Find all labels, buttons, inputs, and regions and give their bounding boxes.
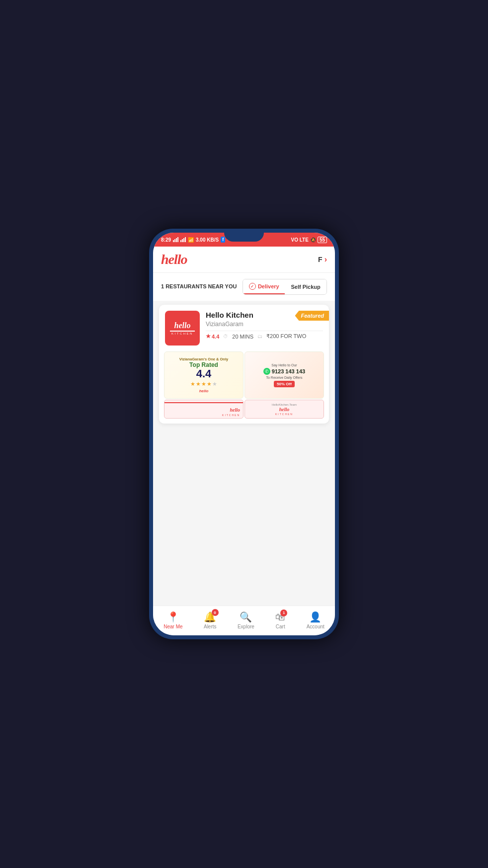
chevron-right-icon: › [325, 255, 327, 264]
account-label: Account [307, 624, 325, 629]
nav-item-alerts[interactable]: 🔔 0 Alerts [198, 609, 223, 631]
gallery-logo-1: hello [199, 389, 209, 393]
logo-hello: hello [174, 321, 191, 330]
cart-label: Cart [276, 624, 285, 629]
delivery-label: Delivery [258, 283, 279, 289]
rating-value: 4.4 [212, 334, 219, 340]
near-me-icon: 📍 [167, 611, 179, 623]
mute-icon: 🔕 [310, 237, 316, 243]
gallery-bottom-2: HelloKitchen.Team hello KITCHEN [244, 400, 324, 419]
bottom-logo-hello-2: hello [279, 407, 290, 412]
say-hello-text: Say Hello to Our [271, 363, 297, 367]
bottom-logo-hello: hello [230, 407, 240, 413]
bottom-nav: 📍 Near Me 🔔 0 Alerts 🔍 Explore 🛍 1 Cart [153, 606, 335, 635]
bottom-logo-brand: KITCHEN [164, 414, 240, 417]
cart-badge: 1 [280, 609, 287, 616]
check-icon: ✓ [249, 283, 256, 290]
delivery-tab[interactable]: ✓ Delivery [243, 279, 285, 294]
nav-item-explore[interactable]: 🔍 Explore [232, 609, 260, 631]
signal-bar-2 [174, 239, 175, 242]
content-area: 1 RESTAURANTS NEAR YOU ✓ Delivery Self P… [153, 273, 335, 606]
signal-bar-1 [173, 240, 174, 242]
explore-icon: 🔍 [240, 611, 252, 623]
star-3: ★ [201, 381, 206, 387]
tabs-section: 1 RESTAURANTS NEAR YOU ✓ Delivery Self P… [153, 273, 335, 301]
offer-badge: 50% Off [274, 381, 295, 387]
carrier-text: VO LTE [291, 237, 309, 243]
nav-item-near-me[interactable]: 📍 Near Me [158, 609, 188, 631]
status-right: VO LTE 🔕 55 [291, 237, 327, 243]
card-divider [206, 331, 323, 331]
signal-bar-3 [176, 238, 177, 242]
restaurant-location: VizianaGaram [206, 321, 323, 328]
meta-sep-2: 🗂 [257, 334, 262, 339]
top-rated-subtitle: VizianaGaram's One & Only [179, 357, 228, 361]
price-value: ₹200 FOR TWO [266, 333, 306, 340]
logo-divider [170, 331, 195, 332]
restaurants-count: 1 RESTAURANTS NEAR YOU [161, 283, 237, 290]
image-gallery: VizianaGaram's One & Only Top Rated 4.4 … [164, 351, 324, 419]
star-icon: ★ [206, 333, 211, 340]
signal-bars [173, 237, 178, 242]
signal-bar-5 [180, 240, 181, 242]
gallery-card-2: Say Hello to Our ✆ 9123 143 143 To Recei… [244, 351, 324, 399]
bottom-logo-brand-2: KITCHEN [275, 413, 293, 416]
app-logo: hello [161, 252, 187, 267]
signal-bars-2 [180, 237, 186, 242]
tab-buttons: ✓ Delivery Self Pickup [243, 279, 327, 295]
whatsapp-icon: ✆ [263, 368, 270, 375]
alerts-label: Alerts [204, 624, 217, 629]
signal-bar-8 [185, 237, 186, 242]
data-speed: 3.00 KB/S [196, 237, 219, 243]
time-value: 20 MINS [232, 334, 253, 340]
gallery-card-1: VizianaGaram's One & Only Top Rated 4.4 … [164, 351, 244, 399]
notch [224, 233, 264, 242]
signal-bar-6 [182, 239, 183, 242]
status-left: 8:29 📶 3.00 KB/S f ··· [161, 237, 232, 243]
meta-sep-1: ⏱ [223, 334, 228, 339]
fb-tag: HelloKitchen.Team [272, 403, 297, 406]
phone-frame: 8:29 📶 3.00 KB/S f ··· [149, 229, 339, 639]
star-half: ★ [212, 381, 217, 387]
card-header: hello KITCHEN Hello Kitchen VizianaGaram… [159, 305, 329, 351]
whatsapp-row: ✆ 9123 143 143 [263, 368, 305, 375]
gallery-bottom-1: hello KITCHEN [164, 400, 244, 419]
alerts-badge: 0 [212, 609, 219, 616]
nav-item-account[interactable]: 👤 Account [301, 609, 330, 631]
phone-number: 9123 143 143 [272, 368, 305, 374]
self-pickup-tab[interactable]: Self Pickup [285, 279, 326, 294]
star-2: ★ [196, 381, 201, 387]
signal-bar-4 [177, 237, 178, 242]
rating: ★ 4.4 [206, 333, 219, 340]
featured-badge: Featured [295, 311, 329, 321]
big-rating: 4.4 [196, 368, 212, 379]
stars-row: ★ ★ ★ ★ ★ [190, 381, 217, 387]
battery-icon: 55 [318, 237, 327, 243]
nav-item-cart[interactable]: 🛍 1 Cart [269, 609, 291, 631]
receive-text: To Receive Daily Offers [266, 376, 302, 379]
card-meta: ★ 4.4 ⏱ 20 MINS 🗂 ₹200 FOR TWO [206, 333, 323, 340]
offer-text: 50% Off [277, 382, 292, 386]
logo-kitchen: KITCHEN [171, 332, 193, 335]
star-4: ★ [207, 381, 212, 387]
location-initial: F [318, 256, 323, 263]
explore-label: Explore [238, 624, 254, 629]
wifi-icon: 📶 [188, 237, 194, 243]
bottom-logo-1: hello KITCHEN [164, 402, 243, 417]
whatsapp-symbol: ✆ [265, 369, 269, 374]
logo-text: hello [161, 252, 187, 267]
empty-space [153, 428, 335, 527]
account-icon: 👤 [309, 611, 322, 623]
restaurant-logo: hello KITCHEN [165, 311, 200, 346]
fb-icon: f [221, 237, 225, 243]
location-button[interactable]: F › [318, 255, 327, 264]
star-1: ★ [190, 381, 195, 387]
restaurant-card[interactable]: hello KITCHEN Hello Kitchen VizianaGaram… [159, 305, 329, 424]
self-pickup-label: Self Pickup [291, 284, 320, 290]
phone-screen: 8:29 📶 3.00 KB/S f ··· [153, 233, 335, 635]
near-me-label: Near Me [163, 624, 182, 629]
app-header: hello F › [153, 247, 335, 273]
signal-bar-7 [183, 238, 184, 242]
status-time: 8:29 [161, 237, 171, 243]
